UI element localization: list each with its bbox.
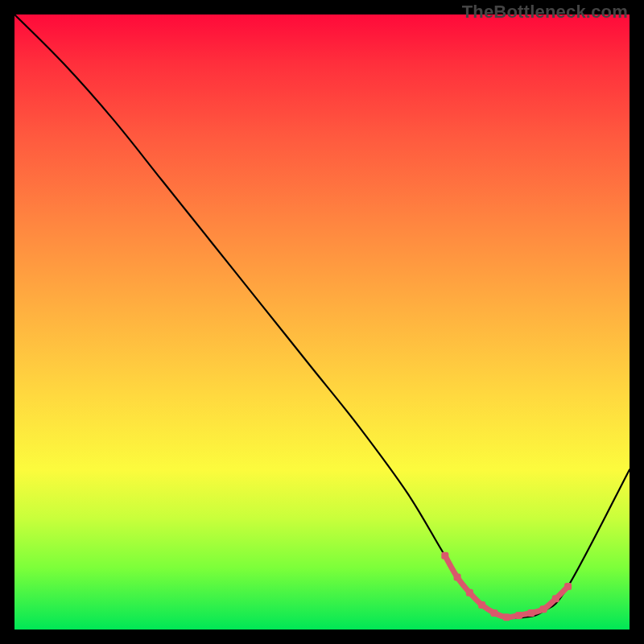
optimal-range-line	[445, 555, 568, 617]
optimal-marker	[478, 601, 485, 609]
optimal-marker	[527, 609, 535, 617]
optimal-marker	[490, 609, 497, 617]
curve-svg	[14, 14, 630, 630]
chart-frame: TheBottleneck.com	[0, 0, 644, 644]
optimal-marker	[454, 574, 461, 581]
bottleneck-curve-path	[14, 14, 630, 618]
plot-area	[14, 14, 630, 630]
optimal-marker	[564, 583, 572, 590]
optimal-range-markers	[441, 552, 572, 621]
optimal-marker	[466, 589, 473, 597]
optimal-marker	[503, 613, 510, 621]
optimal-marker	[441, 552, 448, 559]
optimal-marker	[515, 612, 522, 619]
optimal-marker	[540, 605, 547, 613]
watermark-text: TheBottleneck.com	[462, 2, 628, 23]
optimal-marker	[552, 595, 559, 602]
